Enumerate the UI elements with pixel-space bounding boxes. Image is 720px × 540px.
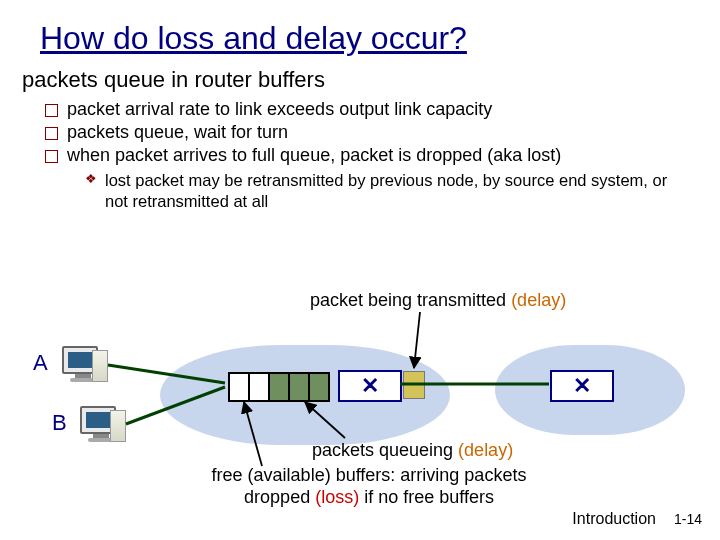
bullet-item: packet arrival rate to link exceeds outp…	[45, 99, 720, 120]
footer-page-number: 1-14	[674, 511, 702, 527]
host-label-b: B	[52, 410, 67, 436]
loss-word: (loss)	[315, 487, 359, 507]
slide-subtitle: packets queue in router buffers	[22, 67, 720, 93]
bullet-item: when packet arrives to full queue, packe…	[45, 145, 720, 166]
bullet-list: packet arrival rate to link exceeds outp…	[45, 99, 720, 166]
annotation-transmit: packet being transmitted (delay)	[310, 290, 566, 311]
delay-word: (delay)	[511, 290, 566, 310]
buffer-slot-full	[310, 374, 330, 400]
sub-bullet-list: lost packet may be retransmitted by prev…	[85, 170, 720, 211]
delay-word: (delay)	[458, 440, 513, 460]
host-label-a: A	[33, 350, 48, 376]
packet-icon	[403, 371, 425, 399]
network-diagram: A B ✕ ✕ packet being transmitte	[0, 290, 720, 510]
router-icon: ✕	[550, 370, 614, 402]
annotation-text: dropped	[244, 487, 315, 507]
buffer-slot-full	[290, 374, 310, 400]
slide-title: How do loss and delay occur?	[40, 20, 720, 57]
annotation-text: packets queueing	[312, 440, 458, 460]
bullet-item: packets queue, wait for turn	[45, 122, 720, 143]
slide-footer: Introduction 1-14	[572, 510, 702, 528]
router-icon: ✕	[338, 370, 402, 402]
buffer-slot-empty	[250, 374, 270, 400]
footer-chapter: Introduction	[572, 510, 656, 528]
buffer-slot-full	[270, 374, 290, 400]
router-queue	[228, 372, 330, 402]
buffer-slot-empty	[230, 374, 250, 400]
computer-icon	[62, 346, 104, 386]
annotation-text: if no free buffers	[359, 487, 494, 507]
annotation-text: packet being transmitted	[310, 290, 511, 310]
annotation-text: free (available) buffers: arriving packe…	[212, 465, 527, 485]
sub-bullet-item: lost packet may be retransmitted by prev…	[85, 170, 690, 211]
computer-icon	[80, 406, 122, 446]
annotation-queueing: packets queueing (delay)	[312, 440, 513, 461]
annotation-free-buffers: free (available) buffers: arriving packe…	[204, 465, 534, 508]
